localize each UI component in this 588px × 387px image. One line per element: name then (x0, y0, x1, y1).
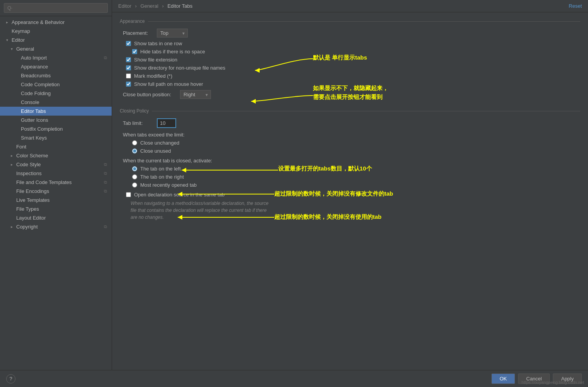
mark-modified-row: Mark modified (*) (120, 73, 580, 79)
show-full-path-checkbox[interactable] (126, 82, 131, 87)
close-btn-pos-label: Close button position: (123, 92, 177, 97)
sidebar-item-appearance-behavior[interactable]: ▸Appearance & Behavior (0, 18, 112, 27)
closing-policy-title: Closing Policy (120, 108, 580, 114)
tab-right-row: The tab on the right (120, 174, 580, 180)
show-directory-checkbox[interactable] (126, 65, 131, 70)
show-file-ext-checkbox[interactable] (126, 57, 131, 62)
breadcrumb-sep2: › (162, 3, 165, 9)
tab-left-radio[interactable] (132, 166, 137, 171)
copy-icon-file-code-templates: ⧉ (104, 180, 107, 185)
placement-row: Placement: Top Bottom Left Right None (120, 29, 580, 38)
hide-tabs-no-space-label: Hide tabs if there is no space (140, 49, 205, 55)
when-tabs-exceed-label: When tabs exceed the limit: (120, 132, 580, 138)
sidebar-label-file-code-templates: File and Code Templates (16, 179, 72, 185)
sidebar-item-file-code-templates[interactable]: File and Code Templates⧉ (0, 178, 112, 187)
sidebar-item-editor-tabs[interactable]: Editor Tabs (0, 107, 112, 116)
close-btn-pos-row: Close button position: Right Left None (120, 90, 580, 99)
current-tab-closed-text: When the current tab is closed, activate… (123, 158, 212, 164)
breadcrumb-general: General (141, 3, 158, 9)
main-content: Editor › General › Editor Tabs Reset App… (112, 0, 588, 370)
sidebar-label-keymap: Keymap (12, 28, 30, 34)
sidebar-label-appearance-behavior: Appearance & Behavior (12, 19, 65, 25)
show-file-ext-label: Show file extension (134, 57, 177, 63)
apply-button[interactable]: Apply (553, 373, 582, 384)
search-box (0, 0, 112, 16)
sidebar-label-editor-tabs: Editor Tabs (21, 108, 46, 114)
sidebar-item-breadcrumbs[interactable]: Breadcrumbs (0, 71, 112, 80)
sidebar-item-color-scheme[interactable]: ▸Color Scheme (0, 151, 112, 160)
tree-arrow-code-style: ▸ (11, 162, 15, 167)
tab-limit-input[interactable] (157, 118, 176, 128)
copy-icon-inspections: ⧉ (104, 171, 107, 176)
show-tabs-one-row-checkbox[interactable] (126, 41, 131, 46)
sidebar-item-code-style[interactable]: ▸Code Style⧉ (0, 160, 112, 169)
close-unchanged-label: Close unchanged (140, 140, 179, 146)
settings-dialog: ▸Appearance & BehaviorKeymap▾Editor▾Gene… (0, 0, 588, 387)
sidebar-item-keymap[interactable]: Keymap (0, 27, 112, 36)
close-btn-pos-select[interactable]: Right Left None (180, 90, 211, 99)
placement-dropdown-wrapper: Top Bottom Left Right None (157, 29, 188, 38)
copy-icon-auto-import: ⧉ (104, 55, 107, 60)
sidebar-item-layout-editor[interactable]: Layout Editor (0, 213, 112, 222)
placement-label: Placement: (123, 30, 154, 36)
hide-tabs-no-space-checkbox[interactable] (132, 49, 137, 54)
sidebar-item-console[interactable]: Console (0, 98, 112, 107)
help-button[interactable]: ? (6, 374, 15, 384)
hide-tabs-no-space-row: Hide tabs if there is no space (120, 49, 580, 55)
show-full-path-row: Show full path on mouse hover (120, 81, 580, 87)
sidebar-item-appearance[interactable]: Appearance (0, 62, 112, 71)
tab-left-row: The tab on the left (120, 166, 580, 172)
open-decl-same-tab-checkbox[interactable] (126, 192, 131, 197)
tab-right-label: The tab on the right (140, 174, 184, 180)
sidebar-item-file-types[interactable]: File Types (0, 205, 112, 213)
most-recently-radio[interactable] (132, 182, 137, 188)
sidebar-item-postfix-completion[interactable]: Postfix Completion (0, 124, 112, 133)
show-tabs-one-row-row: Show tabs in one row (120, 41, 580, 46)
bottom-bar: ? OK Cancel Apply (0, 370, 588, 387)
hint-text: When navigating to a method/class/variab… (124, 200, 580, 221)
breadcrumb-editor: Editor (118, 3, 131, 9)
sidebar-label-appearance: Appearance (21, 64, 48, 70)
search-input[interactable] (4, 3, 108, 13)
most-recently-label: Most recently opened tab (140, 182, 197, 188)
sidebar-item-editor[interactable]: ▾Editor (0, 36, 112, 44)
close-unchanged-radio[interactable] (132, 140, 137, 145)
sidebar-item-smart-keys[interactable]: Smart Keys (0, 133, 112, 142)
sidebar-item-gutter-icons[interactable]: Gutter Icons (0, 116, 112, 124)
sidebar-item-live-templates[interactable]: Live Templates (0, 196, 112, 205)
cancel-button[interactable]: Cancel (518, 373, 550, 384)
sidebar-item-file-encodings[interactable]: File Encodings⧉ (0, 187, 112, 196)
mark-modified-checkbox[interactable] (126, 73, 131, 78)
tab-right-radio[interactable] (132, 174, 137, 179)
open-decl-same-tab-label: Open declaration source in the same tab (134, 192, 224, 198)
close-unused-radio[interactable] (132, 148, 137, 153)
tab-left-label: The tab on the left (140, 166, 181, 172)
tab-limit-label: Tab limit: (123, 120, 154, 126)
tree-arrow-copyright: ▸ (11, 225, 15, 229)
ok-button[interactable]: OK (491, 373, 515, 384)
most-recently-row: Most recently opened tab (120, 182, 580, 188)
tab-limit-row: Tab limit: (120, 118, 580, 128)
sidebar-item-auto-import[interactable]: Auto Import⧉ (0, 53, 112, 62)
sidebar-item-code-folding[interactable]: Code Folding (0, 89, 112, 98)
sidebar-item-inspections[interactable]: Inspections⧉ (0, 169, 112, 178)
sidebar-label-code-completion: Code Completion (21, 82, 59, 87)
sidebar-item-font[interactable]: Font (0, 142, 112, 151)
sidebar-item-copyright[interactable]: ▸Copyright⧉ (0, 222, 112, 231)
copy-icon-file-encodings: ⧉ (104, 189, 107, 194)
breadcrumb-bar: Editor › General › Editor Tabs Reset (112, 0, 588, 12)
sidebar-label-inspections: Inspections (16, 170, 42, 176)
show-full-path-label: Show full path on mouse hover (134, 81, 203, 87)
sidebar-label-smart-keys: Smart Keys (21, 135, 47, 141)
sidebar-item-code-completion[interactable]: Code Completion (0, 80, 112, 89)
breadcrumb-current: Editor Tabs (167, 3, 192, 9)
sidebar-item-general[interactable]: ▾General (0, 44, 112, 53)
reset-button[interactable]: Reset (569, 3, 582, 9)
copy-icon-copyright: ⧉ (104, 224, 107, 229)
sidebar-label-console: Console (21, 99, 39, 105)
sidebar-label-gutter-icons: Gutter Icons (21, 117, 48, 123)
placement-select[interactable]: Top Bottom Left Right None (157, 29, 188, 38)
close-unchanged-row: Close unchanged (120, 140, 580, 146)
tree-arrow-editor: ▾ (6, 38, 10, 42)
sidebar-label-postfix-completion: Postfix Completion (21, 126, 63, 132)
